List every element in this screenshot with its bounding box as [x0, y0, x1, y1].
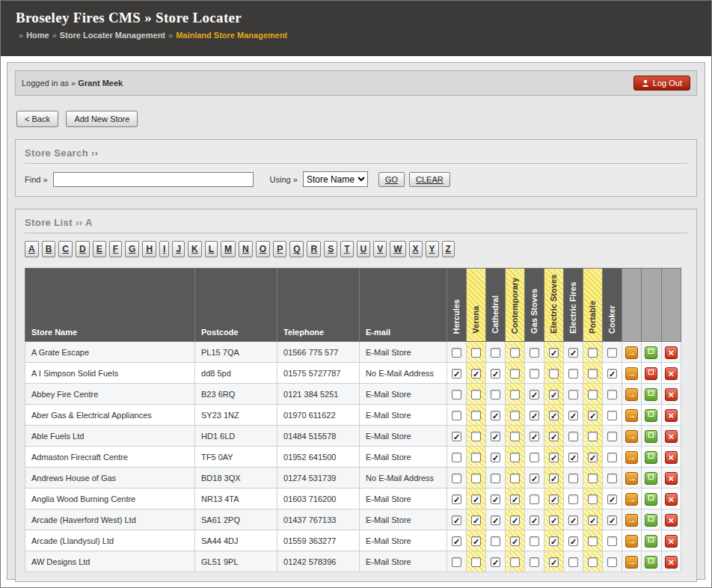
category-checkbox-checked[interactable]: ✓	[471, 494, 481, 504]
category-checkbox[interactable]	[471, 432, 481, 441]
delete-store-icon[interactable]: ×	[665, 535, 678, 548]
category-checkbox-checked[interactable]: ✓	[471, 369, 481, 379]
alphabet-letter-h[interactable]: H	[142, 241, 156, 257]
go-button[interactable]: GO	[378, 172, 405, 187]
alphabet-letter-g[interactable]: G	[125, 241, 139, 257]
category-checkbox[interactable]	[530, 494, 539, 504]
status-active-icon[interactable]	[645, 409, 657, 422]
category-checkbox[interactable]	[607, 536, 617, 546]
email-cell[interactable]: E-Mail Store	[360, 509, 447, 530]
alphabet-letter-d[interactable]: D	[76, 241, 90, 257]
email-cell[interactable]: E-Mail Store	[360, 342, 447, 363]
delete-store-icon[interactable]: ×	[665, 430, 678, 443]
category-checkbox-checked[interactable]: ✓	[491, 432, 500, 441]
category-checkbox[interactable]	[452, 390, 461, 399]
category-checkbox[interactable]	[530, 536, 539, 546]
status-active-icon[interactable]	[645, 493, 657, 506]
delete-store-icon[interactable]: ×	[665, 451, 678, 464]
category-checkbox[interactable]	[588, 369, 598, 379]
category-checkbox-checked[interactable]: ✓	[568, 453, 578, 462]
category-checkbox[interactable]	[607, 411, 617, 420]
delete-store-icon[interactable]: ×	[665, 409, 678, 422]
email-cell[interactable]: E-Mail Store	[360, 530, 447, 551]
category-checkbox[interactable]	[452, 557, 461, 567]
edit-store-icon[interactable]: →	[625, 556, 638, 569]
category-checkbox[interactable]	[510, 474, 520, 483]
category-checkbox[interactable]	[471, 453, 481, 462]
category-checkbox-checked[interactable]: ✓	[549, 557, 559, 567]
alphabet-letter-j[interactable]: J	[172, 241, 185, 257]
category-checkbox-checked[interactable]: ✓	[530, 390, 539, 399]
category-checkbox-checked[interactable]: ✓	[452, 432, 461, 441]
category-checkbox[interactable]	[568, 369, 578, 379]
category-checkbox[interactable]	[549, 369, 559, 379]
category-checkbox-checked[interactable]: ✓	[471, 515, 481, 525]
alphabet-letter-y[interactable]: Y	[426, 241, 439, 257]
alphabet-letter-u[interactable]: U	[357, 241, 371, 257]
category-checkbox[interactable]	[588, 494, 598, 504]
status-active-icon[interactable]	[645, 388, 657, 401]
alphabet-letter-i[interactable]: I	[159, 241, 169, 257]
category-checkbox[interactable]	[530, 557, 539, 567]
email-cell[interactable]: E-Mail Store	[360, 384, 447, 405]
delete-store-icon[interactable]: ×	[665, 493, 678, 506]
alphabet-letter-r[interactable]: R	[307, 241, 321, 257]
delete-store-icon[interactable]: ×	[665, 472, 678, 485]
alphabet-letter-p[interactable]: P	[273, 241, 286, 257]
edit-store-icon[interactable]: →	[625, 409, 638, 422]
email-cell[interactable]: E-Mail Store	[360, 447, 447, 468]
category-checkbox-checked[interactable]: ✓	[452, 536, 461, 546]
edit-store-icon[interactable]: →	[625, 535, 638, 548]
category-checkbox-checked[interactable]: ✓	[607, 369, 617, 379]
back-button[interactable]: < Back	[16, 111, 58, 127]
category-checkbox[interactable]	[510, 390, 520, 399]
category-checkbox-checked[interactable]: ✓	[510, 536, 520, 546]
email-cell[interactable]: E-Mail Store	[360, 405, 447, 426]
category-checkbox[interactable]	[568, 494, 578, 504]
category-checkbox[interactable]	[568, 390, 578, 399]
category-checkbox-checked[interactable]: ✓	[607, 494, 617, 504]
category-checkbox[interactable]	[530, 369, 539, 379]
category-checkbox-checked[interactable]: ✓	[549, 494, 559, 504]
alphabet-letter-w[interactable]: W	[390, 241, 405, 257]
status-active-icon[interactable]	[645, 430, 657, 443]
category-checkbox-checked[interactable]: ✓	[549, 536, 559, 546]
category-checkbox[interactable]	[607, 557, 617, 567]
category-checkbox[interactable]	[510, 369, 520, 379]
alphabet-letter-x[interactable]: X	[409, 241, 423, 257]
edit-store-icon[interactable]: →	[625, 367, 638, 380]
category-checkbox[interactable]	[530, 453, 539, 462]
category-checkbox[interactable]	[452, 453, 461, 462]
status-active-icon[interactable]	[645, 535, 657, 548]
alphabet-letter-c[interactable]: C	[58, 241, 73, 257]
category-checkbox[interactable]	[530, 348, 539, 358]
category-checkbox[interactable]	[452, 348, 461, 358]
edit-store-icon[interactable]: →	[625, 493, 638, 506]
category-checkbox-checked[interactable]: ✓	[452, 369, 461, 379]
category-checkbox-checked[interactable]: ✓	[491, 411, 500, 420]
category-checkbox-checked[interactable]: ✓	[491, 515, 500, 525]
category-checkbox[interactable]	[607, 432, 617, 441]
category-checkbox[interactable]	[568, 557, 578, 567]
category-checkbox-checked[interactable]: ✓	[452, 494, 461, 504]
alphabet-letter-m[interactable]: M	[221, 241, 236, 257]
edit-store-icon[interactable]: →	[625, 514, 638, 527]
delete-store-icon[interactable]: ×	[665, 367, 678, 380]
category-checkbox[interactable]	[588, 474, 598, 483]
alphabet-letter-k[interactable]: K	[188, 241, 202, 257]
alphabet-letter-e[interactable]: E	[93, 241, 106, 257]
email-cell[interactable]: E-Mail Store	[360, 489, 447, 509]
category-checkbox[interactable]	[471, 348, 481, 358]
category-checkbox[interactable]	[607, 390, 617, 399]
status-active-icon[interactable]	[645, 346, 657, 359]
category-checkbox-checked[interactable]: ✓	[510, 494, 520, 504]
category-checkbox-checked[interactable]: ✓	[549, 453, 559, 462]
category-checkbox[interactable]	[471, 557, 481, 567]
category-checkbox-checked[interactable]: ✓	[491, 369, 500, 379]
category-checkbox[interactable]	[588, 348, 598, 358]
category-checkbox-checked[interactable]: ✓	[588, 411, 598, 420]
alphabet-letter-v[interactable]: V	[373, 241, 387, 257]
delete-store-icon[interactable]: ×	[665, 388, 678, 401]
category-checkbox[interactable]	[452, 411, 461, 420]
alphabet-letter-q[interactable]: Q	[289, 241, 304, 257]
